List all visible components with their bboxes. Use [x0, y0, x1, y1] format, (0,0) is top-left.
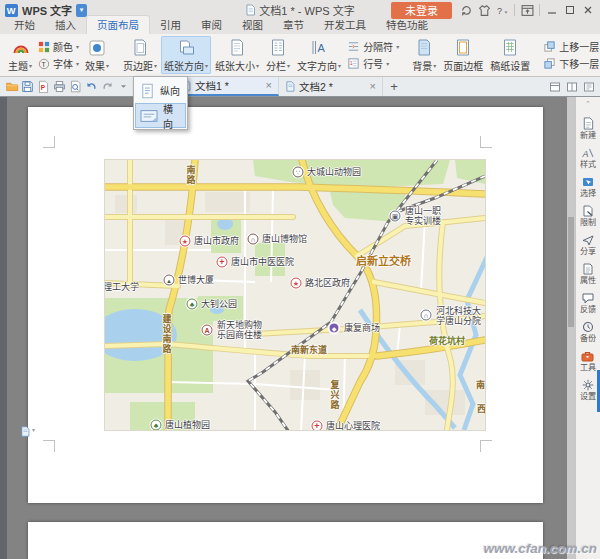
- ribbon-tab-6[interactable]: 视图: [232, 16, 273, 34]
- chevron-down-icon[interactable]: ▾: [76, 4, 87, 17]
- sidebar-item-label: 限制: [580, 218, 596, 226]
- margin-corner-mark: [43, 136, 55, 148]
- undo-button[interactable]: [84, 79, 99, 94]
- share-icon: [582, 234, 594, 246]
- panel1-button[interactable]: [548, 80, 561, 93]
- sidebar-item-label: 备份: [580, 334, 596, 342]
- ribbon-button-background[interactable]: 背景▾: [409, 36, 439, 74]
- pdf-button[interactable]: P: [36, 79, 51, 94]
- sidebar-item-style[interactable]: A样式: [579, 147, 597, 169]
- font-icon: T: [38, 58, 50, 70]
- sidebar-item-tools[interactable]: 工具: [579, 350, 597, 372]
- watermark: www.cfan.com.cn: [483, 541, 597, 556]
- tabbar-right-icons: [548, 80, 600, 93]
- sidebar-item-props[interactable]: 属性: [579, 263, 597, 285]
- divider: [514, 4, 515, 16]
- maximize-button[interactable]: [562, 2, 578, 18]
- sidebar-item-restrict[interactable]: 限制: [579, 205, 597, 227]
- map-poi-label: 大钊公园: [201, 299, 237, 309]
- ribbon-tab-2[interactable]: 插入: [45, 16, 86, 34]
- senddown-icon: [543, 57, 556, 70]
- close-button[interactable]: [580, 2, 596, 18]
- sidebar-item-share[interactable]: 分享: [579, 234, 597, 256]
- page-anchor-icon[interactable]: ▾: [20, 426, 35, 437]
- ribbon-button-columns[interactable]: 分栏▾: [263, 36, 293, 74]
- redo-icon: [101, 80, 114, 93]
- map-poi-label: 荷花坑村: [429, 336, 465, 346]
- ribbon-tab-3[interactable]: 页面布局: [86, 15, 150, 34]
- doc-tab-1[interactable]: 文档1 *×: [175, 77, 279, 96]
- ribbon-button-linenum[interactable]: 1行号▾: [345, 55, 401, 72]
- undo-icon: [85, 80, 98, 93]
- ribbon-button-textdir[interactable]: A文字方向▾: [294, 36, 344, 74]
- map-poi-label: 唐山心理医院: [326, 421, 380, 430]
- map-poi-label: 唐山博物馆: [262, 234, 307, 244]
- chevron-up-icon[interactable]: ⌃: [585, 100, 591, 110]
- scrollbar-thumb[interactable]: [568, 217, 574, 327]
- ribbon-button-pageborder[interactable]: 页面边框: [440, 36, 486, 74]
- svg-text:1: 1: [350, 60, 353, 66]
- doc-tab-2[interactable]: 文档2 *×: [279, 77, 383, 96]
- panel2-button[interactable]: [565, 80, 578, 93]
- sync-button[interactable]: [458, 2, 474, 18]
- caret-down-button[interactable]: [116, 79, 131, 94]
- bringup-icon: [543, 40, 556, 53]
- sidebar-item-settings[interactable]: 设置: [579, 379, 597, 401]
- redo-button[interactable]: [100, 79, 115, 94]
- ribbon-button-breaks[interactable]: 分隔符▾: [345, 38, 401, 55]
- document-page-2[interactable]: [28, 522, 543, 559]
- ribbon-button-gridpaper[interactable]: 稿纸设置: [487, 36, 533, 74]
- map-road-label: 南: [476, 378, 485, 391]
- ribbon-button-color[interactable]: 颜色▾: [36, 38, 81, 55]
- sidebar-item-select[interactable]: 选择: [579, 176, 597, 198]
- svg-text:A: A: [318, 42, 326, 54]
- ribbon-button-orientation[interactable]: 纸张方向▾: [161, 36, 211, 74]
- preview-button[interactable]: [68, 79, 83, 94]
- ribbon-button-papersize[interactable]: 纸张大小▾: [212, 36, 262, 74]
- ribbon-tab-4[interactable]: 引用: [150, 16, 191, 34]
- print-button[interactable]: [52, 79, 67, 94]
- ribbon-tab-5[interactable]: 审阅: [191, 16, 232, 34]
- star-marker-icon: ★: [180, 236, 191, 247]
- minimize-button[interactable]: [544, 2, 560, 18]
- save-button[interactable]: [20, 79, 35, 94]
- ribbon-button-effect[interactable]: 效果▾: [82, 36, 112, 74]
- ribbon-button-theme[interactable]: 主题▾: [5, 36, 35, 74]
- ribbon-button-senddown[interactable]: 下移一层▾: [541, 55, 600, 72]
- tab-close-icon[interactable]: ×: [266, 80, 272, 91]
- ribbon-button-font[interactable]: T字体▾: [36, 55, 81, 72]
- sidebar-item-label: 分享: [580, 247, 596, 255]
- ribbon-tab-7[interactable]: 章节: [273, 16, 314, 34]
- columns-icon: [269, 37, 287, 58]
- museum-marker-icon: ∩: [248, 234, 259, 245]
- ribbon-toggle-button[interactable]: [519, 2, 535, 18]
- quick-access-and-doc-tabs: PW我 文档1 *×文档2 *×+: [0, 77, 600, 97]
- vertical-scrollbar[interactable]: [567, 97, 575, 559]
- ribbon-tab-9[interactable]: 特色功能: [376, 16, 438, 34]
- chevron-down-icon: ▾: [106, 63, 109, 69]
- panel3-button[interactable]: [582, 80, 595, 93]
- tab-close-icon[interactable]: ×: [370, 81, 376, 92]
- sidebar-item-newdoc[interactable]: 新建: [579, 117, 597, 140]
- ribbon-button-label: 背景▾: [412, 58, 436, 73]
- ribbon-button-bringup[interactable]: 上移一层▾: [541, 38, 600, 55]
- preview-icon: [69, 80, 82, 93]
- ribbon-tab-1[interactable]: 开始: [4, 16, 45, 34]
- sidebar-item-feedback[interactable]: 反馈: [579, 292, 597, 314]
- new-tab-button[interactable]: +: [383, 77, 405, 96]
- menu-item-portrait[interactable]: 纵向: [135, 78, 186, 103]
- help-button[interactable]: ?: [494, 2, 510, 18]
- ribbon-button-margins[interactable]: 页边距▾: [120, 36, 160, 74]
- menu-item-landscape[interactable]: 横向: [135, 103, 186, 128]
- ribbon-tab-8[interactable]: 开发工具: [314, 16, 376, 34]
- folder-button[interactable]: [4, 79, 19, 94]
- minimize-icon: [547, 5, 557, 15]
- ribbon-button-label: 纸张大小▾: [215, 58, 259, 73]
- svg-text:T: T: [42, 60, 47, 67]
- map-poi-label: 唐山市中医医院: [231, 257, 294, 267]
- theme-icon: [11, 37, 30, 58]
- sidebar-item-backup[interactable]: 备份: [579, 321, 597, 343]
- skin-button[interactable]: [476, 2, 492, 18]
- document-page[interactable]: ∵大城山动物园★唐山市政府∩唐山博物馆▣唐山一职专实训楼+唐山市中医医院▲世博大…: [28, 107, 543, 503]
- map-image[interactable]: ∵大城山动物园★唐山市政府∩唐山博物馆▣唐山一职专实训楼+唐山市中医医院▲世博大…: [105, 160, 485, 430]
